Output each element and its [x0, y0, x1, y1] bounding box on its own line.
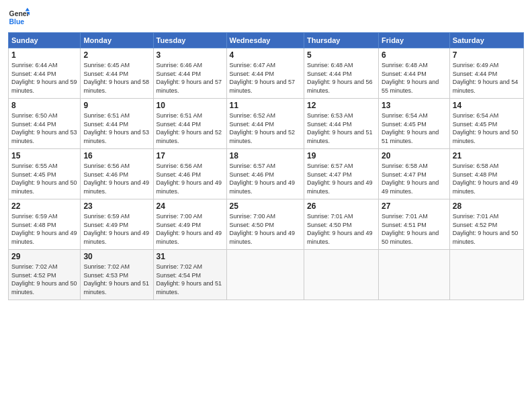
day-number: 4 — [230, 50, 301, 60]
calendar-cell: 27 Sunrise: 7:01 AM Sunset: 4:51 PM Dayl… — [379, 199, 450, 250]
day-detail: Sunrise: 6:58 AM Sunset: 4:47 PM Dayligh… — [382, 162, 447, 195]
day-number: 25 — [230, 201, 301, 211]
day-detail: Sunrise: 6:47 AM Sunset: 4:44 PM Dayligh… — [230, 61, 301, 95]
day-detail: Sunrise: 6:58 AM Sunset: 4:48 PM Dayligh… — [453, 162, 521, 195]
calendar-cell: 23 Sunrise: 6:59 AM Sunset: 4:49 PM Dayl… — [81, 199, 153, 250]
calendar-cell: 9 Sunrise: 6:51 AM Sunset: 4:44 PM Dayli… — [81, 99, 153, 149]
day-detail: Sunrise: 6:44 AM Sunset: 4:44 PM Dayligh… — [11, 61, 77, 95]
calendar-cell: 30 Sunrise: 7:02 AM Sunset: 4:53 PM Dayl… — [81, 250, 153, 300]
weekday-header-cell: Sunday — [9, 33, 81, 48]
day-detail: Sunrise: 7:02 AM Sunset: 4:54 PM Dayligh… — [157, 263, 224, 296]
weekday-header-cell: Friday — [379, 33, 450, 48]
calendar-cell: 17 Sunrise: 6:56 AM Sunset: 4:46 PM Dayl… — [153, 149, 226, 199]
day-number: 12 — [307, 101, 375, 110]
day-detail: Sunrise: 6:56 AM Sunset: 4:46 PM Dayligh… — [157, 162, 224, 195]
day-detail: Sunrise: 7:00 AM Sunset: 4:50 PM Dayligh… — [230, 212, 301, 246]
day-detail: Sunrise: 6:46 AM Sunset: 4:44 PM Dayligh… — [157, 61, 224, 95]
calendar-cell: 15 Sunrise: 6:55 AM Sunset: 4:45 PM Dayl… — [9, 149, 81, 199]
day-number: 15 — [11, 151, 77, 161]
day-number: 2 — [83, 50, 150, 60]
day-detail: Sunrise: 6:54 AM Sunset: 4:45 PM Dayligh… — [382, 111, 447, 145]
calendar-cell: 29 Sunrise: 7:02 AM Sunset: 4:52 PM Dayl… — [9, 250, 81, 300]
day-number: 24 — [157, 201, 224, 211]
svg-marker-2 — [26, 8, 30, 11]
weekday-header-cell: Monday — [81, 33, 153, 48]
day-number: 19 — [307, 151, 375, 161]
calendar-cell: 12 Sunrise: 6:53 AM Sunset: 4:44 PM Dayl… — [304, 99, 378, 149]
calendar-cell: 18 Sunrise: 6:57 AM Sunset: 4:46 PM Dayl… — [226, 149, 304, 199]
day-number: 14 — [453, 101, 521, 110]
calendar-week-row: 29 Sunrise: 7:02 AM Sunset: 4:52 PM Dayl… — [9, 250, 524, 300]
calendar-cell: 22 Sunrise: 6:59 AM Sunset: 4:48 PM Dayl… — [9, 199, 81, 250]
calendar-cell: 31 Sunrise: 7:02 AM Sunset: 4:54 PM Dayl… — [153, 250, 226, 300]
weekday-header-cell: Tuesday — [153, 33, 226, 48]
day-detail: Sunrise: 7:00 AM Sunset: 4:49 PM Dayligh… — [157, 212, 224, 246]
day-detail: Sunrise: 6:59 AM Sunset: 4:48 PM Dayligh… — [11, 212, 77, 246]
calendar-cell: 1 Sunrise: 6:44 AM Sunset: 4:44 PM Dayli… — [9, 48, 81, 99]
day-number: 28 — [453, 201, 521, 211]
day-number: 21 — [453, 151, 521, 161]
calendar-cell: 11 Sunrise: 6:52 AM Sunset: 4:44 PM Dayl… — [226, 99, 304, 149]
calendar-cell — [379, 250, 450, 300]
calendar-cell: 19 Sunrise: 6:57 AM Sunset: 4:47 PM Dayl… — [304, 149, 378, 199]
weekday-header-cell: Wednesday — [226, 33, 304, 48]
day-detail: Sunrise: 6:52 AM Sunset: 4:44 PM Dayligh… — [230, 111, 301, 145]
day-detail: Sunrise: 6:50 AM Sunset: 4:44 PM Dayligh… — [11, 111, 77, 145]
day-number: 13 — [382, 101, 447, 110]
day-detail: Sunrise: 6:57 AM Sunset: 4:47 PM Dayligh… — [307, 162, 375, 195]
calendar-cell — [304, 250, 378, 300]
calendar-cell: 5 Sunrise: 6:48 AM Sunset: 4:44 PM Dayli… — [304, 48, 378, 99]
calendar-cell: 8 Sunrise: 6:50 AM Sunset: 4:44 PM Dayli… — [9, 99, 81, 149]
day-number: 20 — [382, 151, 447, 161]
day-number: 17 — [157, 151, 224, 161]
calendar-cell: 7 Sunrise: 6:49 AM Sunset: 4:44 PM Dayli… — [449, 48, 523, 99]
calendar-cell — [449, 250, 523, 300]
day-number: 18 — [230, 151, 301, 161]
logo-icon: General Blue — [8, 7, 30, 28]
calendar-cell: 2 Sunrise: 6:45 AM Sunset: 4:44 PM Dayli… — [81, 48, 153, 99]
day-number: 8 — [11, 101, 77, 110]
day-number: 6 — [382, 50, 447, 60]
calendar-table: SundayMondayTuesdayWednesdayThursdayFrid… — [8, 32, 524, 300]
day-number: 23 — [83, 201, 150, 211]
day-detail: Sunrise: 6:54 AM Sunset: 4:45 PM Dayligh… — [453, 111, 521, 145]
page-container: General Blue SundayMondayTuesdayWednesda… — [0, 0, 532, 306]
day-number: 30 — [83, 252, 150, 261]
day-detail: Sunrise: 6:51 AM Sunset: 4:44 PM Dayligh… — [83, 111, 150, 145]
header: General Blue — [8, 7, 524, 28]
day-detail: Sunrise: 6:56 AM Sunset: 4:46 PM Dayligh… — [83, 162, 150, 195]
calendar-week-row: 15 Sunrise: 6:55 AM Sunset: 4:45 PM Dayl… — [9, 149, 524, 199]
calendar-body: 1 Sunrise: 6:44 AM Sunset: 4:44 PM Dayli… — [9, 48, 524, 300]
day-detail: Sunrise: 7:01 AM Sunset: 4:52 PM Dayligh… — [453, 212, 521, 246]
calendar-cell: 26 Sunrise: 7:01 AM Sunset: 4:50 PM Dayl… — [304, 199, 378, 250]
logo: General Blue — [8, 7, 30, 28]
calendar-week-row: 8 Sunrise: 6:50 AM Sunset: 4:44 PM Dayli… — [9, 99, 524, 149]
calendar-cell: 4 Sunrise: 6:47 AM Sunset: 4:44 PM Dayli… — [226, 48, 304, 99]
day-number: 3 — [157, 50, 224, 60]
calendar-cell: 13 Sunrise: 6:54 AM Sunset: 4:45 PM Dayl… — [379, 99, 450, 149]
day-number: 27 — [382, 201, 447, 211]
day-detail: Sunrise: 6:59 AM Sunset: 4:49 PM Dayligh… — [83, 212, 150, 246]
day-number: 1 — [11, 50, 77, 60]
day-number: 31 — [157, 252, 224, 261]
day-detail: Sunrise: 6:51 AM Sunset: 4:44 PM Dayligh… — [157, 111, 224, 145]
day-detail: Sunrise: 6:48 AM Sunset: 4:44 PM Dayligh… — [382, 61, 447, 95]
calendar-cell: 10 Sunrise: 6:51 AM Sunset: 4:44 PM Dayl… — [153, 99, 226, 149]
day-detail: Sunrise: 6:55 AM Sunset: 4:45 PM Dayligh… — [11, 162, 77, 195]
day-number: 16 — [83, 151, 150, 161]
day-detail: Sunrise: 6:53 AM Sunset: 4:44 PM Dayligh… — [307, 111, 375, 145]
weekday-header-row: SundayMondayTuesdayWednesdayThursdayFrid… — [9, 33, 524, 48]
day-number: 7 — [453, 50, 521, 60]
day-number: 26 — [307, 201, 375, 211]
day-detail: Sunrise: 7:02 AM Sunset: 4:53 PM Dayligh… — [83, 263, 150, 296]
calendar-week-row: 1 Sunrise: 6:44 AM Sunset: 4:44 PM Dayli… — [9, 48, 524, 99]
calendar-cell: 16 Sunrise: 6:56 AM Sunset: 4:46 PM Dayl… — [81, 149, 153, 199]
calendar-cell: 3 Sunrise: 6:46 AM Sunset: 4:44 PM Dayli… — [153, 48, 226, 99]
svg-text:General: General — [9, 10, 30, 17]
calendar-cell: 25 Sunrise: 7:00 AM Sunset: 4:50 PM Dayl… — [226, 199, 304, 250]
day-number: 9 — [83, 101, 150, 110]
day-detail: Sunrise: 6:45 AM Sunset: 4:44 PM Dayligh… — [83, 61, 150, 95]
day-detail: Sunrise: 6:49 AM Sunset: 4:44 PM Dayligh… — [453, 61, 521, 95]
day-number: 10 — [157, 101, 224, 110]
weekday-header-cell: Thursday — [304, 33, 378, 48]
